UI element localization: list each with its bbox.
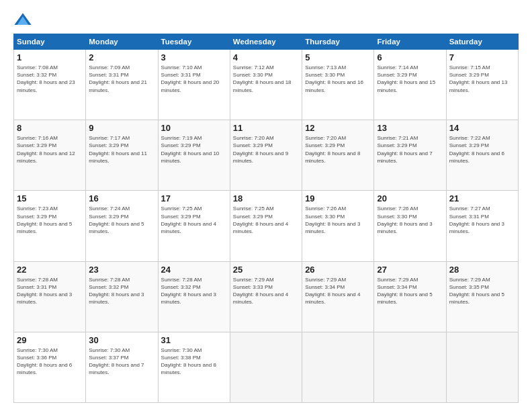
calendar-cell: 20Sunrise: 7:26 AMSunset: 3:30 PMDayligh… (374, 191, 446, 261)
day-number: 19 (305, 193, 371, 203)
calendar-cell (302, 332, 374, 402)
calendar-cell: 22Sunrise: 7:28 AMSunset: 3:31 PMDayligh… (14, 261, 86, 332)
calendar-week-3: 22Sunrise: 7:28 AMSunset: 3:31 PMDayligh… (14, 261, 519, 332)
weekday-header-tuesday: Tuesday (158, 34, 230, 50)
calendar-cell: 31Sunrise: 7:30 AMSunset: 3:38 PMDayligh… (158, 332, 230, 402)
day-number: 23 (89, 265, 154, 275)
calendar-cell: 11Sunrise: 7:20 AMSunset: 3:29 PMDayligh… (230, 120, 302, 191)
day-info: Sunrise: 7:09 AMSunset: 3:31 PMDaylight:… (89, 64, 154, 94)
day-info: Sunrise: 7:29 AMSunset: 3:34 PMDaylight:… (305, 276, 371, 306)
day-info: Sunrise: 7:15 AMSunset: 3:29 PMDaylight:… (449, 64, 515, 94)
day-number: 24 (161, 265, 227, 275)
calendar-cell: 25Sunrise: 7:29 AMSunset: 3:33 PMDayligh… (230, 261, 302, 332)
calendar-cell: 10Sunrise: 7:19 AMSunset: 3:29 PMDayligh… (158, 120, 230, 191)
day-number: 31 (161, 335, 227, 345)
calendar-cell: 19Sunrise: 7:26 AMSunset: 3:30 PMDayligh… (302, 191, 374, 261)
day-number: 3 (161, 52, 227, 62)
day-number: 30 (89, 335, 154, 345)
day-number: 27 (377, 265, 443, 275)
calendar-cell: 13Sunrise: 7:21 AMSunset: 3:29 PMDayligh… (374, 120, 446, 191)
day-info: Sunrise: 7:19 AMSunset: 3:29 PMDaylight:… (161, 134, 227, 165)
calendar-cell: 14Sunrise: 7:22 AMSunset: 3:29 PMDayligh… (446, 120, 518, 191)
calendar-week-0: 1Sunrise: 7:08 AMSunset: 3:32 PMDaylight… (14, 50, 519, 120)
calendar-table: SundayMondayTuesdayWednesdayThursdayFrid… (13, 34, 519, 403)
calendar-cell: 6Sunrise: 7:14 AMSunset: 3:29 PMDaylight… (374, 50, 446, 120)
day-info: Sunrise: 7:14 AMSunset: 3:29 PMDaylight:… (377, 64, 443, 94)
day-number: 17 (161, 193, 227, 203)
calendar-cell: 12Sunrise: 7:20 AMSunset: 3:29 PMDayligh… (302, 120, 374, 191)
day-info: Sunrise: 7:30 AMSunset: 3:36 PMDaylight:… (17, 347, 83, 377)
day-number: 2 (89, 52, 154, 62)
day-number: 8 (17, 123, 83, 133)
day-info: Sunrise: 7:26 AMSunset: 3:30 PMDaylight:… (377, 205, 443, 235)
day-info: Sunrise: 7:13 AMSunset: 3:30 PMDaylight:… (305, 64, 371, 94)
day-number: 18 (233, 193, 299, 203)
day-info: Sunrise: 7:28 AMSunset: 3:32 PMDaylight:… (161, 276, 227, 306)
calendar-cell: 30Sunrise: 7:30 AMSunset: 3:37 PMDayligh… (86, 332, 158, 402)
day-info: Sunrise: 7:25 AMSunset: 3:29 PMDaylight:… (233, 205, 299, 235)
calendar-cell: 5Sunrise: 7:13 AMSunset: 3:30 PMDaylight… (302, 50, 374, 120)
day-info: Sunrise: 7:16 AMSunset: 3:29 PMDaylight:… (17, 134, 83, 165)
day-number: 12 (305, 123, 371, 133)
day-info: Sunrise: 7:29 AMSunset: 3:34 PMDaylight:… (377, 276, 443, 306)
calendar-week-2: 15Sunrise: 7:23 AMSunset: 3:29 PMDayligh… (14, 191, 519, 261)
calendar-cell: 7Sunrise: 7:15 AMSunset: 3:29 PMDaylight… (446, 50, 518, 120)
day-info: Sunrise: 7:28 AMSunset: 3:31 PMDaylight:… (17, 276, 83, 306)
day-number: 10 (161, 123, 227, 133)
calendar-cell: 26Sunrise: 7:29 AMSunset: 3:34 PMDayligh… (302, 261, 374, 332)
day-info: Sunrise: 7:17 AMSunset: 3:29 PMDaylight:… (89, 134, 154, 165)
day-number: 21 (449, 193, 515, 203)
day-info: Sunrise: 7:27 AMSunset: 3:31 PMDaylight:… (449, 205, 515, 235)
day-number: 15 (17, 193, 83, 203)
calendar-cell: 24Sunrise: 7:28 AMSunset: 3:32 PMDayligh… (158, 261, 230, 332)
day-info: Sunrise: 7:30 AMSunset: 3:38 PMDaylight:… (161, 347, 227, 377)
calendar-cell: 23Sunrise: 7:28 AMSunset: 3:32 PMDayligh… (86, 261, 158, 332)
calendar-cell: 2Sunrise: 7:09 AMSunset: 3:31 PMDaylight… (86, 50, 158, 120)
day-info: Sunrise: 7:22 AMSunset: 3:29 PMDaylight:… (449, 134, 515, 165)
day-number: 20 (377, 193, 443, 203)
calendar-cell: 27Sunrise: 7:29 AMSunset: 3:34 PMDayligh… (374, 261, 446, 332)
weekday-header-saturday: Saturday (446, 34, 518, 50)
weekday-header-monday: Monday (86, 34, 158, 50)
calendar-cell: 28Sunrise: 7:29 AMSunset: 3:35 PMDayligh… (446, 261, 518, 332)
day-info: Sunrise: 7:28 AMSunset: 3:32 PMDaylight:… (89, 276, 154, 306)
weekday-header-sunday: Sunday (14, 34, 86, 50)
calendar-cell: 15Sunrise: 7:23 AMSunset: 3:29 PMDayligh… (14, 191, 86, 261)
calendar-cell: 3Sunrise: 7:10 AMSunset: 3:31 PMDaylight… (158, 50, 230, 120)
weekday-header-wednesday: Wednesday (230, 34, 302, 50)
calendar-cell: 9Sunrise: 7:17 AMSunset: 3:29 PMDaylight… (86, 120, 158, 191)
day-number: 11 (233, 123, 299, 133)
day-number: 7 (449, 52, 515, 62)
day-number: 9 (89, 123, 154, 133)
day-info: Sunrise: 7:29 AMSunset: 3:35 PMDaylight:… (449, 276, 515, 306)
calendar-cell: 17Sunrise: 7:25 AMSunset: 3:29 PMDayligh… (158, 191, 230, 261)
weekday-header-row: SundayMondayTuesdayWednesdayThursdayFrid… (14, 34, 519, 50)
calendar-week-1: 8Sunrise: 7:16 AMSunset: 3:29 PMDaylight… (14, 120, 519, 191)
day-number: 22 (17, 265, 83, 275)
calendar-cell: 18Sunrise: 7:25 AMSunset: 3:29 PMDayligh… (230, 191, 302, 261)
day-info: Sunrise: 7:26 AMSunset: 3:30 PMDaylight:… (305, 205, 371, 235)
calendar-cell: 16Sunrise: 7:24 AMSunset: 3:29 PMDayligh… (86, 191, 158, 261)
day-info: Sunrise: 7:25 AMSunset: 3:29 PMDaylight:… (161, 205, 227, 235)
day-number: 14 (449, 123, 515, 133)
logo (13, 11, 35, 30)
calendar-cell: 4Sunrise: 7:12 AMSunset: 3:30 PMDaylight… (230, 50, 302, 120)
calendar-cell: 1Sunrise: 7:08 AMSunset: 3:32 PMDaylight… (14, 50, 86, 120)
header (13, 11, 519, 30)
day-number: 26 (305, 265, 371, 275)
weekday-header-friday: Friday (374, 34, 446, 50)
day-info: Sunrise: 7:30 AMSunset: 3:37 PMDaylight:… (89, 347, 154, 377)
day-number: 5 (305, 52, 371, 62)
day-info: Sunrise: 7:29 AMSunset: 3:33 PMDaylight:… (233, 276, 299, 306)
page: SundayMondayTuesdayWednesdayThursdayFrid… (0, 0, 532, 411)
day-number: 28 (449, 265, 515, 275)
day-number: 6 (377, 52, 443, 62)
day-number: 13 (377, 123, 443, 133)
day-info: Sunrise: 7:12 AMSunset: 3:30 PMDaylight:… (233, 64, 299, 94)
day-number: 4 (233, 52, 299, 62)
calendar-cell (230, 332, 302, 402)
day-number: 1 (17, 52, 83, 62)
day-info: Sunrise: 7:24 AMSunset: 3:29 PMDaylight:… (89, 205, 154, 235)
day-number: 29 (17, 335, 83, 345)
day-info: Sunrise: 7:20 AMSunset: 3:29 PMDaylight:… (233, 134, 299, 165)
